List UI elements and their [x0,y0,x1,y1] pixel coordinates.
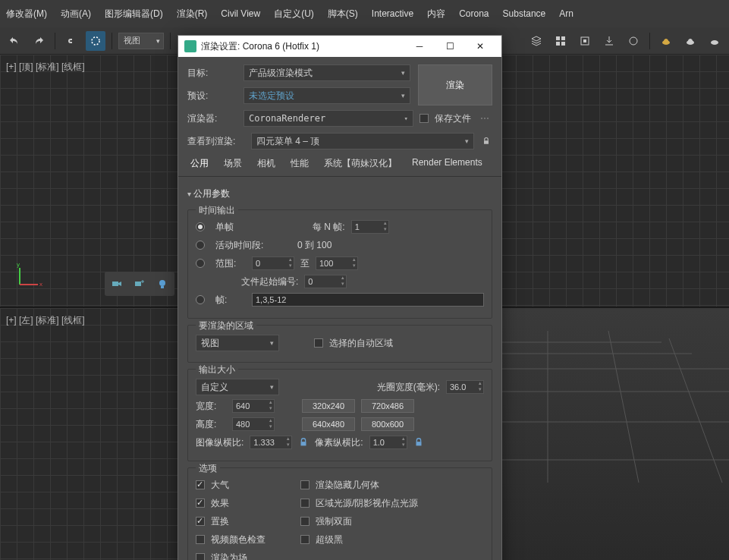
camera-plus-icon[interactable] [130,275,149,293]
common-params-rollout[interactable]: 公用参数 [187,184,492,203]
superblack-checkbox[interactable] [300,535,310,544]
video-check-checkbox[interactable] [196,535,205,544]
file-start-spinner[interactable]: 0 [304,275,347,288]
close-button[interactable]: ✕ [465,36,495,57]
preset-720x486-button[interactable]: 720x486 [361,399,414,413]
range-to-spinner[interactable]: 100 [316,256,358,270]
area-dropdown[interactable]: 视图 [196,335,279,351]
aperture-spinner[interactable]: 36.0 [446,380,484,394]
menu-item[interactable]: Civil View [221,8,260,19]
range-to-label: 至 [300,257,310,270]
menu-item[interactable]: Interactive [372,8,413,19]
dialog-titlebar[interactable]: 渲染设置: Corona 6 (Hotfix 1) ─ ☐ ✕ [178,36,501,57]
frames-input[interactable]: 1,3,5-12 [252,293,484,307]
area-light-label: 区域光源/阴影视作点光源 [316,497,418,510]
menu-item[interactable]: 动画(A) [61,8,91,20]
minimize-button[interactable]: ─ [404,36,435,57]
effects-checkbox[interactable] [196,499,205,508]
teapot-icon[interactable] [680,31,700,51]
displacement-checkbox[interactable] [196,517,205,526]
single-frame-radio[interactable] [196,222,205,231]
teapot-icon[interactable] [656,31,676,51]
view-mode-dropdown[interactable]: 视图 [118,33,164,49]
viewto-dropdown[interactable]: 四元菜单 4 – 顶 [251,133,474,149]
effects-label: 效果 [211,497,294,510]
two-sided-label: 强制双面 [316,515,352,528]
width-spinner[interactable]: 640 [232,399,275,413]
output-size-group: 输出大小 自定义 光圈宽度(毫米): 36.0 宽度: 640 320x240 … [187,369,492,461]
two-sided-checkbox[interactable] [300,517,310,526]
undo-icon[interactable] [5,31,24,51]
preset-800x600-button[interactable]: 800x600 [361,417,414,431]
select-icon[interactable] [86,31,105,51]
target-dropdown[interactable]: 产品级渲染模式 [244,64,410,81]
camera-icon[interactable] [108,275,126,293]
tab-render-elements[interactable]: Render Elements [409,156,485,171]
range-radio[interactable] [196,259,205,268]
lock-icon[interactable] [480,134,492,149]
tab-system[interactable]: 系统【萌妹汉化】 [321,156,400,171]
menu-item[interactable]: 修改器(M) [6,8,47,20]
preset-320x240-button[interactable]: 320x240 [302,399,355,413]
active-range-radio[interactable] [196,241,205,250]
auto-region-checkbox[interactable] [314,338,323,348]
link-icon[interactable] [61,31,81,51]
hidden-geo-checkbox[interactable] [300,480,310,489]
preset-640x480-button[interactable]: 640x480 [302,417,355,431]
height-spinner[interactable]: 480 [232,417,275,431]
menu-item[interactable]: Corona [459,8,489,19]
menu-item[interactable]: 脚本(S) [328,8,358,20]
svg-line-31 [669,338,722,483]
pixel-lock-icon[interactable] [413,437,424,448]
main-menubar: 修改器(M) 动画(A) 图形编辑器(D) 渲染(R) Civil View 自… [0,0,729,27]
preset-dropdown[interactable]: 未选定预设 [244,87,410,104]
image-aspect-spinner[interactable]: 1.333 [250,436,292,449]
viewport-label[interactable]: [+] [左] [标准] [线框] [6,314,85,327]
separator [55,33,55,49]
range-from-spinner[interactable]: 0 [252,256,294,270]
save-file-label: 保存文件 [435,112,471,125]
tab-bar: 公用 场景 相机 性能 系统【萌妹汉化】 Render Elements [178,156,501,177]
menu-item[interactable]: 自定义(U) [274,8,314,20]
tab-common[interactable]: 公用 [187,156,212,171]
group-title: 输出大小 [196,363,238,376]
superblack-label: 超级黑 [316,533,343,546]
svg-rect-5 [561,42,565,46]
tool-icon[interactable] [575,31,595,51]
layer-icon[interactable] [526,31,546,51]
video-check-label: 视频颜色检查 [211,533,294,546]
auto-region-label: 选择的自动区域 [329,337,393,350]
separator [170,33,171,49]
tool-icon[interactable] [624,31,643,51]
viewport-label[interactable]: [+] [顶] [标准] [线框] [6,61,85,74]
tab-scene[interactable]: 场景 [221,156,245,171]
aspect-lock-icon[interactable] [298,437,309,448]
axis-gizmo: yx [14,260,44,293]
group-title: 要渲染的区域 [196,319,256,332]
pixel-aspect-spinner[interactable]: 1.0 [369,436,407,449]
bulb-icon[interactable] [153,275,171,293]
tab-camera[interactable]: 相机 [254,156,278,171]
save-file-checkbox[interactable] [419,114,429,123]
menu-item[interactable]: Arn [559,8,573,19]
render-button[interactable]: 渲染 [418,64,492,105]
render-field-checkbox[interactable] [196,553,205,560]
output-preset-dropdown[interactable]: 自定义 [196,379,279,395]
redo-icon[interactable] [29,31,49,51]
menu-item[interactable]: 图形编辑器(D) [105,8,163,20]
atmosphere-checkbox[interactable] [196,480,205,489]
download-icon[interactable] [599,31,619,51]
grid-icon[interactable] [551,31,570,51]
teapot-icon[interactable] [705,31,724,51]
renderer-dropdown[interactable]: CoronaRenderer [244,110,413,127]
frames-radio[interactable] [196,295,205,304]
area-light-checkbox[interactable] [300,499,310,508]
menu-item[interactable]: 渲染(R) [177,8,208,20]
tab-performance[interactable]: 性能 [288,156,312,171]
menu-item[interactable]: 内容 [427,8,445,20]
more-icon[interactable]: ⋯ [477,113,492,124]
menu-item[interactable]: Substance [503,8,546,19]
height-label: 高度: [196,418,226,431]
every-n-spinner[interactable]: 1 [351,220,389,234]
maximize-button[interactable]: ☐ [435,36,465,57]
